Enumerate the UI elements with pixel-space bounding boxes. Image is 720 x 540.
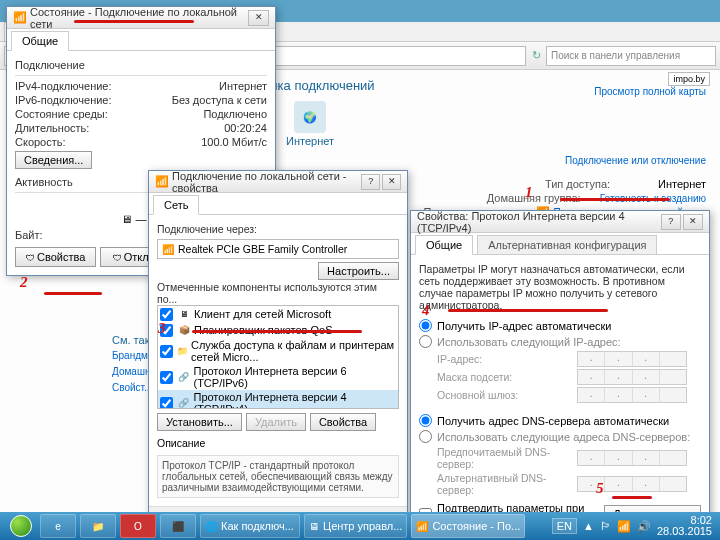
internet-icon: 🌍Интернет <box>286 101 334 159</box>
gateway-input: ... <box>577 387 687 403</box>
auto-ip-radio[interactable] <box>419 319 432 332</box>
adapter-name: Realtek PCIe GBE Family Controller <box>157 239 399 259</box>
network-tray-icon[interactable]: 📶 <box>617 520 631 533</box>
details-button[interactable]: Сведения... <box>15 151 92 169</box>
titlebar[interactable]: 📶 Подключение по локальной сети - свойст… <box>149 171 407 193</box>
properties-button[interactable]: Свойства <box>15 247 96 267</box>
description-text: Протокол TCP/IP - стандартный протокол г… <box>157 455 399 498</box>
lang-indicator: EN <box>552 518 577 534</box>
dns2-input: ... <box>577 476 687 492</box>
task-status[interactable]: 📶 Состояние - По... <box>411 514 525 538</box>
titlebar[interactable]: Свойства: Протокол Интернета версии 4 (T… <box>411 211 709 233</box>
search-input[interactable]: Поиск в панели управления <box>546 46 716 66</box>
close-icon[interactable]: ✕ <box>683 214 703 230</box>
manual-dns-radio[interactable] <box>419 430 432 443</box>
pin-opera[interactable]: O <box>120 514 156 538</box>
remove-button[interactable]: Удалить <box>246 413 306 431</box>
start-button[interactable] <box>4 514 38 538</box>
tab-alt-config[interactable]: Альтернативная конфигурация <box>477 235 657 255</box>
tray-icon[interactable]: ▲ <box>583 520 594 532</box>
info-text: Параметры IP могут назначаться автоматич… <box>419 263 701 311</box>
connection-details: Подключение или отключение Тип доступа: … <box>423 108 706 221</box>
full-map-link[interactable]: Просмотр полной карты <box>594 86 706 97</box>
system-tray[interactable]: EN ▲ 🏳 📶 🔊 8:0228.03.2015 <box>552 515 716 537</box>
tab-general[interactable]: Общие <box>11 31 69 51</box>
conn-toggle-link[interactable]: Подключение или отключение <box>565 155 706 166</box>
tab-general[interactable]: Общие <box>415 235 473 255</box>
auto-dns-radio[interactable] <box>419 414 432 427</box>
clock[interactable]: 8:0228.03.2015 <box>657 515 712 537</box>
mask-input: ... <box>577 369 687 385</box>
ipv4-item: 🔗Протокол Интернета версии 4 (TCP/IPv4) <box>158 390 398 409</box>
install-button[interactable]: Установить... <box>157 413 242 431</box>
manual-ip-radio[interactable] <box>419 335 432 348</box>
mini-addr: impo.by <box>668 72 710 86</box>
task-control[interactable]: 🖥 Центр управл... <box>304 514 407 538</box>
tab-network[interactable]: Сеть <box>153 195 199 215</box>
titlebar[interactable]: 📶 Состояние - Подключение по локальной с… <box>7 7 275 29</box>
help-icon[interactable]: ? <box>661 214 681 230</box>
components-list[interactable]: 🖥Клиент для сетей Microsoft 📦Планировщик… <box>157 305 399 409</box>
volume-icon[interactable]: 🔊 <box>637 520 651 533</box>
ip-input: ... <box>577 351 687 367</box>
pin-app[interactable]: ⬛ <box>160 514 196 538</box>
component-props-button[interactable]: Свойства <box>310 413 376 431</box>
pin-explorer[interactable]: 📁 <box>80 514 116 538</box>
dns1-input: ... <box>577 450 687 466</box>
close-icon[interactable]: ✕ <box>248 10 269 26</box>
lan-properties-dialog: 📶 Подключение по локальной сети - свойст… <box>148 170 408 540</box>
ipv4-properties-dialog: Свойства: Протокол Интернета версии 4 (T… <box>410 210 710 540</box>
pin-ie[interactable]: e <box>40 514 76 538</box>
close-icon[interactable]: ✕ <box>382 174 401 190</box>
task-browser[interactable]: 🌐 Как подключ... <box>200 514 300 538</box>
configure-button[interactable]: Настроить... <box>318 262 399 280</box>
action-center-icon[interactable]: 🏳 <box>600 520 611 532</box>
help-icon[interactable]: ? <box>361 174 380 190</box>
taskbar: e 📁 O ⬛ 🌐 Как подключ... 🖥 Центр управл.… <box>0 512 720 540</box>
